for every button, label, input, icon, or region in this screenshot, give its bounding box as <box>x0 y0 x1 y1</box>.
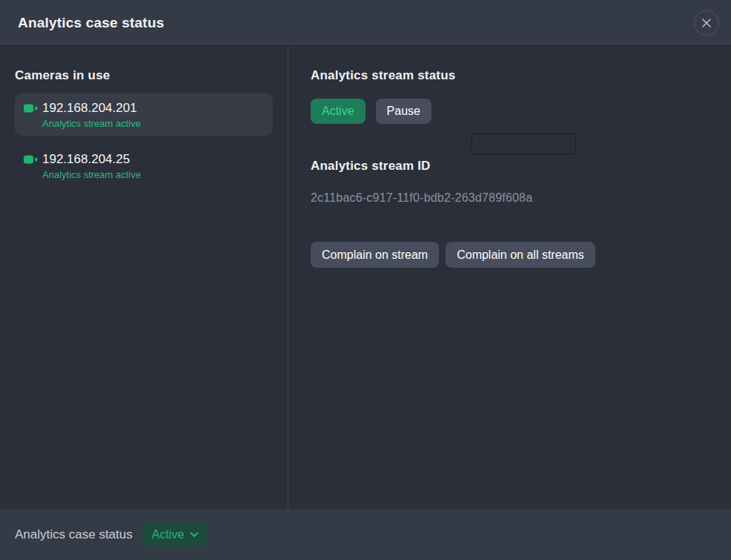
dialog-title: Analytics case status <box>18 15 694 31</box>
camera-list-item[interactable]: 192.168.204.201 Analytics stream active <box>15 93 273 136</box>
camera-ip: 192.168.204.25 <box>42 152 130 167</box>
case-status-dropdown[interactable]: Active <box>142 522 209 547</box>
chevron-down-icon <box>190 532 199 538</box>
camera-list-item[interactable]: 192.168.204.25 Analytics stream active <box>15 145 273 187</box>
dotted-focus-outline <box>472 134 576 154</box>
camera-row: 192.168.204.25 <box>24 152 264 167</box>
dialog-body: Cameras in use 192.168.204.201 Analytics… <box>0 46 731 509</box>
analytics-case-status-dialog: Analytics case status Cameras in use <box>0 0 731 560</box>
dialog-footer: Analytics case status Active <box>0 509 731 560</box>
close-button[interactable] <box>694 10 719 36</box>
stream-panel: Analytics stream status Active Pause Ana… <box>288 46 731 509</box>
active-button[interactable]: Active <box>311 99 366 124</box>
camera-status: Analytics stream active <box>42 169 264 180</box>
complain-buttons: Complain on stream Complain on all strea… <box>311 242 716 268</box>
camera-row: 192.168.204.201 <box>24 101 264 116</box>
cameras-heading: Cameras in use <box>15 68 273 83</box>
stream-id-value: 2c11bac6-c917-11f0-bdb2-263d789f608a <box>311 191 716 205</box>
video-camera-icon <box>24 104 39 113</box>
stream-id-heading: Analytics stream ID <box>311 159 716 174</box>
pause-button[interactable]: Pause <box>376 99 431 124</box>
stream-status-buttons: Active Pause <box>311 99 716 124</box>
video-camera-icon <box>24 155 39 164</box>
case-status-value: Active <box>152 528 185 541</box>
complain-on-stream-button[interactable]: Complain on stream <box>311 242 439 268</box>
complain-on-all-streams-button[interactable]: Complain on all streams <box>446 242 595 268</box>
camera-status: Analytics stream active <box>42 118 264 129</box>
close-icon <box>701 18 712 28</box>
case-status-label: Analytics case status <box>15 527 133 542</box>
cameras-panel: Cameras in use 192.168.204.201 Analytics… <box>0 46 288 509</box>
stream-status-heading: Analytics stream status <box>311 68 716 83</box>
camera-ip: 192.168.204.201 <box>42 101 137 116</box>
dialog-header: Analytics case status <box>0 0 731 46</box>
